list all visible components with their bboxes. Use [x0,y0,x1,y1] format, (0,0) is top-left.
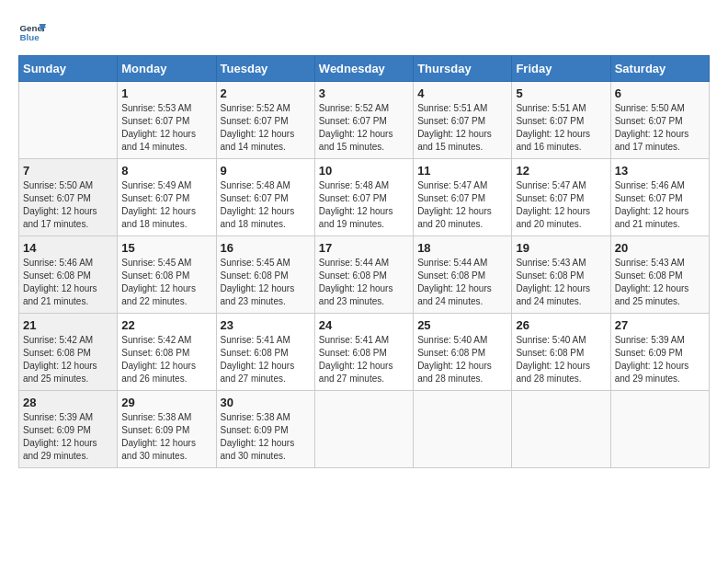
day-number: 19 [516,241,606,255]
day-info: Sunrise: 5:50 AM Sunset: 6:07 PM Dayligh… [23,179,113,231]
day-info: Sunrise: 5:40 AM Sunset: 6:08 PM Dayligh… [516,334,606,385]
weekday-header-row: SundayMondayTuesdayWednesdayThursdayFrid… [19,56,710,82]
calendar-day-cell: 9Sunrise: 5:48 AM Sunset: 6:07 PM Daylig… [216,159,314,236]
day-number: 27 [615,318,705,332]
day-number: 17 [319,241,409,255]
day-info: Sunrise: 5:41 AM Sunset: 6:08 PM Dayligh… [319,334,409,385]
calendar-day-cell: 24Sunrise: 5:41 AM Sunset: 6:08 PM Dayli… [314,314,413,391]
day-info: Sunrise: 5:39 AM Sunset: 6:09 PM Dayligh… [615,334,705,385]
page-header: General Blue [18,18,710,46]
day-number: 25 [417,318,507,332]
day-info: Sunrise: 5:43 AM Sunset: 6:08 PM Dayligh… [516,257,606,308]
day-number: 24 [319,318,409,332]
day-info: Sunrise: 5:45 AM Sunset: 6:08 PM Dayligh… [221,257,311,308]
day-info: Sunrise: 5:42 AM Sunset: 6:08 PM Dayligh… [121,334,211,385]
day-info: Sunrise: 5:52 AM Sunset: 6:07 PM Dayligh… [221,102,311,154]
calendar-day-cell [414,391,512,468]
logo: General Blue [18,18,46,46]
day-info: Sunrise: 5:42 AM Sunset: 6:08 PM Dayligh… [23,334,113,385]
day-number: 10 [319,164,409,178]
calendar-body: 1Sunrise: 5:53 AM Sunset: 6:07 PM Daylig… [19,82,710,468]
calendar-week-row: 21Sunrise: 5:42 AM Sunset: 6:08 PM Dayli… [19,314,710,391]
day-number: 13 [615,164,705,178]
day-number: 3 [319,86,409,100]
day-number: 30 [221,396,311,409]
day-number: 2 [221,86,311,100]
day-info: Sunrise: 5:46 AM Sunset: 6:07 PM Dayligh… [615,179,705,231]
calendar-day-cell: 21Sunrise: 5:42 AM Sunset: 6:08 PM Dayli… [19,314,118,391]
day-info: Sunrise: 5:53 AM Sunset: 6:07 PM Dayligh… [121,102,211,154]
day-info: Sunrise: 5:41 AM Sunset: 6:08 PM Dayligh… [221,334,311,385]
calendar-day-cell: 16Sunrise: 5:45 AM Sunset: 6:08 PM Dayli… [216,236,314,314]
calendar-day-cell: 4Sunrise: 5:51 AM Sunset: 6:07 PM Daylig… [414,82,512,159]
calendar-day-cell: 14Sunrise: 5:46 AM Sunset: 6:08 PM Dayli… [19,236,118,314]
day-number: 29 [121,396,211,409]
calendar-day-cell: 30Sunrise: 5:38 AM Sunset: 6:09 PM Dayli… [216,391,314,468]
day-number: 26 [516,318,606,332]
calendar-day-cell [19,82,118,159]
calendar-day-cell: 11Sunrise: 5:47 AM Sunset: 6:07 PM Dayli… [414,159,512,236]
day-info: Sunrise: 5:44 AM Sunset: 6:08 PM Dayligh… [417,257,507,308]
calendar-week-row: 1Sunrise: 5:53 AM Sunset: 6:07 PM Daylig… [19,82,710,159]
day-info: Sunrise: 5:52 AM Sunset: 6:07 PM Dayligh… [319,102,409,154]
calendar-day-cell: 1Sunrise: 5:53 AM Sunset: 6:07 PM Daylig… [118,82,216,159]
weekday-header-cell: Saturday [610,56,709,82]
day-info: Sunrise: 5:38 AM Sunset: 6:09 PM Dayligh… [221,411,311,463]
weekday-header-cell: Tuesday [216,56,314,82]
day-number: 20 [615,241,705,255]
weekday-header-cell: Sunday [19,56,118,82]
day-info: Sunrise: 5:47 AM Sunset: 6:07 PM Dayligh… [516,179,606,231]
calendar-day-cell: 6Sunrise: 5:50 AM Sunset: 6:07 PM Daylig… [610,82,709,159]
day-number: 5 [516,86,606,100]
calendar-day-cell: 10Sunrise: 5:48 AM Sunset: 6:07 PM Dayli… [314,159,413,236]
day-number: 18 [417,241,507,255]
calendar-day-cell: 15Sunrise: 5:45 AM Sunset: 6:08 PM Dayli… [118,236,216,314]
calendar-day-cell: 18Sunrise: 5:44 AM Sunset: 6:08 PM Dayli… [414,236,512,314]
calendar-day-cell: 22Sunrise: 5:42 AM Sunset: 6:08 PM Dayli… [118,314,216,391]
day-info: Sunrise: 5:48 AM Sunset: 6:07 PM Dayligh… [319,179,409,231]
day-number: 21 [23,318,113,332]
calendar-day-cell: 23Sunrise: 5:41 AM Sunset: 6:08 PM Dayli… [216,314,314,391]
calendar-day-cell: 17Sunrise: 5:44 AM Sunset: 6:08 PM Dayli… [314,236,413,314]
day-info: Sunrise: 5:39 AM Sunset: 6:09 PM Dayligh… [23,411,113,463]
calendar-day-cell: 20Sunrise: 5:43 AM Sunset: 6:08 PM Dayli… [610,236,709,314]
day-info: Sunrise: 5:43 AM Sunset: 6:08 PM Dayligh… [615,257,705,308]
day-number: 23 [221,318,311,332]
day-number: 4 [417,86,507,100]
calendar-day-cell [610,391,709,468]
day-info: Sunrise: 5:40 AM Sunset: 6:08 PM Dayligh… [417,334,507,385]
day-number: 1 [121,86,211,100]
calendar-week-row: 7Sunrise: 5:50 AM Sunset: 6:07 PM Daylig… [19,159,710,236]
calendar-day-cell: 2Sunrise: 5:52 AM Sunset: 6:07 PM Daylig… [216,82,314,159]
day-info: Sunrise: 5:50 AM Sunset: 6:07 PM Dayligh… [615,102,705,154]
day-number: 6 [615,86,705,100]
calendar-table: SundayMondayTuesdayWednesdayThursdayFrid… [18,55,710,468]
calendar-day-cell: 26Sunrise: 5:40 AM Sunset: 6:08 PM Dayli… [512,314,610,391]
logo-icon: General Blue [18,18,46,46]
day-number: 14 [23,241,113,255]
calendar-week-row: 14Sunrise: 5:46 AM Sunset: 6:08 PM Dayli… [19,236,710,314]
day-number: 7 [23,164,113,178]
day-info: Sunrise: 5:49 AM Sunset: 6:07 PM Dayligh… [121,179,211,231]
weekday-header-cell: Thursday [414,56,512,82]
weekday-header-cell: Wednesday [314,56,413,82]
calendar-day-cell: 25Sunrise: 5:40 AM Sunset: 6:08 PM Dayli… [414,314,512,391]
calendar-day-cell: 3Sunrise: 5:52 AM Sunset: 6:07 PM Daylig… [314,82,413,159]
day-info: Sunrise: 5:47 AM Sunset: 6:07 PM Dayligh… [417,179,507,231]
calendar-day-cell: 8Sunrise: 5:49 AM Sunset: 6:07 PM Daylig… [118,159,216,236]
svg-text:Blue: Blue [20,32,40,42]
day-number: 22 [121,318,211,332]
calendar-day-cell: 29Sunrise: 5:38 AM Sunset: 6:09 PM Dayli… [118,391,216,468]
calendar-day-cell [512,391,610,468]
day-number: 15 [121,241,211,255]
day-number: 16 [221,241,311,255]
day-number: 12 [516,164,606,178]
calendar-day-cell: 12Sunrise: 5:47 AM Sunset: 6:07 PM Dayli… [512,159,610,236]
calendar-day-cell: 5Sunrise: 5:51 AM Sunset: 6:07 PM Daylig… [512,82,610,159]
day-number: 9 [221,164,311,178]
weekday-header-cell: Friday [512,56,610,82]
calendar-day-cell: 13Sunrise: 5:46 AM Sunset: 6:07 PM Dayli… [610,159,709,236]
day-number: 8 [121,164,211,178]
day-info: Sunrise: 5:46 AM Sunset: 6:08 PM Dayligh… [23,257,113,308]
day-info: Sunrise: 5:51 AM Sunset: 6:07 PM Dayligh… [417,102,507,154]
